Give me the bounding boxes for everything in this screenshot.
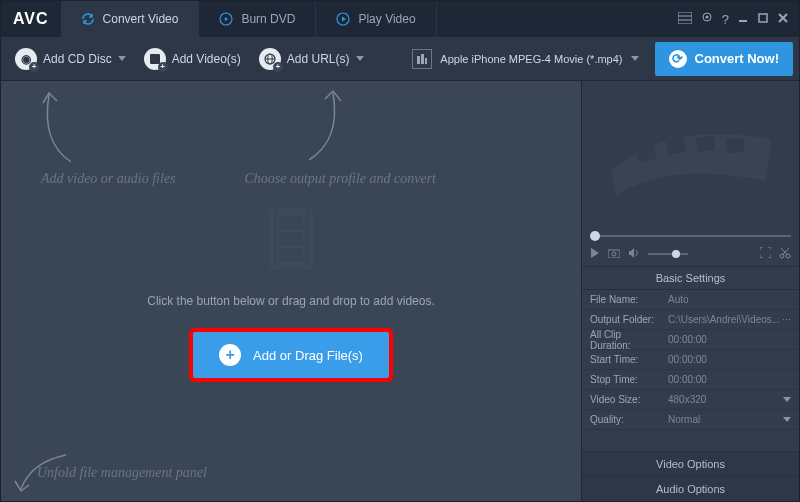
svg-rect-9 <box>759 14 767 22</box>
drop-hint-text: Click the button below or drag and drop … <box>147 294 435 308</box>
settings-value: Auto <box>664 294 799 305</box>
svg-rect-27 <box>696 136 715 152</box>
arrow-annotation <box>301 85 351 165</box>
app-logo: AVC <box>1 10 61 28</box>
settings-row: Output Folder:C:\Users\Andrei\Videos...⋯ <box>582 310 799 330</box>
main-area: Add video or audio files Choose output p… <box>1 81 799 501</box>
basic-settings-header: Basic Settings <box>582 267 799 290</box>
film-placeholder-icon <box>261 204 321 274</box>
svg-rect-29 <box>608 250 620 258</box>
svg-rect-16 <box>417 56 420 64</box>
tab-burn-dvd[interactable]: Burn DVD <box>199 1 316 37</box>
annotation-choose-profile: Choose output profile and convert <box>244 171 436 187</box>
svg-rect-12 <box>150 54 160 64</box>
svg-rect-23 <box>279 232 303 246</box>
settings-row: Start Time:00:00:00 <box>582 350 799 370</box>
play-icon[interactable] <box>590 248 600 260</box>
settings-value: 00:00:00 <box>664 334 799 345</box>
profile-label: Apple iPhone MPEG-4 Movie (*.mp4) <box>440 53 622 65</box>
button-label: Convert Now! <box>695 51 780 66</box>
globe-add-icon <box>259 48 281 70</box>
settings-row: Stop Time:00:00:00 <box>582 370 799 390</box>
settings-value: 00:00:00 <box>664 354 799 365</box>
settings-value: 00:00:00 <box>664 374 799 385</box>
settings-row: File Name:Auto <box>582 290 799 310</box>
tab-label: Burn DVD <box>241 12 295 26</box>
chevron-down-icon <box>118 56 126 61</box>
disc-add-icon: ◉ <box>15 48 37 70</box>
svg-rect-21 <box>305 211 309 267</box>
settings-value[interactable]: 480x320 <box>664 394 799 405</box>
settings-key: Stop Time: <box>582 374 664 385</box>
settings-key: Video Size: <box>582 394 664 405</box>
drop-zone[interactable]: Add video or audio files Choose output p… <box>1 81 581 501</box>
button-label: Add URL(s) <box>287 52 350 66</box>
minimize-icon[interactable] <box>737 10 749 28</box>
tab-convert-video[interactable]: Convert Video <box>61 1 200 37</box>
settings-row: Video Size:480x320 <box>582 390 799 410</box>
gear-icon[interactable] <box>700 10 714 28</box>
film-add-icon <box>144 48 166 70</box>
svg-rect-18 <box>425 58 427 64</box>
plus-circle-icon: + <box>219 344 241 366</box>
chevron-down-icon <box>356 56 364 61</box>
svg-rect-20 <box>273 211 277 267</box>
cut-icon[interactable] <box>779 247 791 261</box>
options-icon[interactable] <box>678 10 692 28</box>
svg-rect-22 <box>279 216 303 230</box>
svg-point-7 <box>705 16 708 19</box>
settings-key: File Name: <box>582 294 664 305</box>
preview-seek-slider[interactable] <box>582 231 799 241</box>
annotation-unfold-panel: Unfold file management panel <box>37 465 207 481</box>
tab-play-video[interactable]: Play Video <box>316 1 436 37</box>
settings-row: Quality:Normal <box>582 410 799 430</box>
close-icon[interactable] <box>777 10 789 28</box>
tab-label: Play Video <box>358 12 415 26</box>
settings-key: Start Time: <box>582 354 664 365</box>
browse-icon[interactable]: ⋯ <box>782 315 791 325</box>
add-cd-disc-button[interactable]: ◉ Add CD Disc <box>7 44 134 74</box>
window-controls: ? <box>668 10 799 28</box>
title-bar: AVC Convert Video Burn DVD Play Video ? <box>1 1 799 37</box>
convert-now-button[interactable]: ⟳ Convert Now! <box>655 42 794 76</box>
video-options-button[interactable]: Video Options <box>582 451 799 476</box>
add-or-drag-files-button[interactable]: + Add or Drag File(s) <box>193 332 389 378</box>
chevron-down-icon <box>783 397 791 402</box>
svg-point-30 <box>612 252 616 256</box>
volume-slider[interactable] <box>648 253 688 255</box>
maximize-icon[interactable] <box>757 10 769 28</box>
svg-rect-24 <box>279 248 303 262</box>
filmstrip-placeholder-icon <box>606 111 776 201</box>
output-profile-selector[interactable]: Apple iPhone MPEG-4 Movie (*.mp4) <box>404 45 646 73</box>
svg-rect-17 <box>421 54 424 64</box>
settings-key: Output Folder: <box>582 314 664 325</box>
preview-controls <box>582 241 799 267</box>
chevron-down-icon <box>631 56 639 61</box>
arrow-annotation <box>31 87 81 167</box>
side-panel: Basic Settings File Name:AutoOutput Fold… <box>581 81 799 501</box>
button-label: Add or Drag File(s) <box>253 348 363 363</box>
refresh-icon: ⟳ <box>669 50 687 68</box>
settings-key: Quality: <box>582 414 664 425</box>
tab-label: Convert Video <box>103 12 179 26</box>
basic-settings-table: File Name:AutoOutput Folder:C:\Users\And… <box>582 290 799 430</box>
add-urls-button[interactable]: Add URL(s) <box>251 44 372 74</box>
refresh-icon <box>81 12 95 26</box>
snapshot-icon[interactable] <box>608 248 620 260</box>
chevron-down-icon <box>783 417 791 422</box>
settings-key: All Clip Duration: <box>582 329 664 351</box>
profile-preset-icon <box>412 49 432 69</box>
svg-point-1 <box>225 18 228 21</box>
button-label: Add CD Disc <box>43 52 112 66</box>
fullscreen-icon[interactable] <box>760 247 771 260</box>
button-label: Add Video(s) <box>172 52 241 66</box>
toolbar: ◉ Add CD Disc Add Video(s) Add URL(s) Ap… <box>1 37 799 81</box>
add-videos-button[interactable]: Add Video(s) <box>136 44 249 74</box>
volume-icon[interactable] <box>628 248 640 260</box>
audio-options-button[interactable]: Audio Options <box>582 476 799 501</box>
help-icon[interactable]: ? <box>722 12 729 27</box>
settings-value[interactable]: C:\Users\Andrei\Videos...⋯ <box>664 314 799 325</box>
app-window: AVC Convert Video Burn DVD Play Video ? <box>0 0 800 502</box>
settings-value[interactable]: Normal <box>664 414 799 425</box>
main-tabs: Convert Video Burn DVD Play Video <box>61 1 668 37</box>
